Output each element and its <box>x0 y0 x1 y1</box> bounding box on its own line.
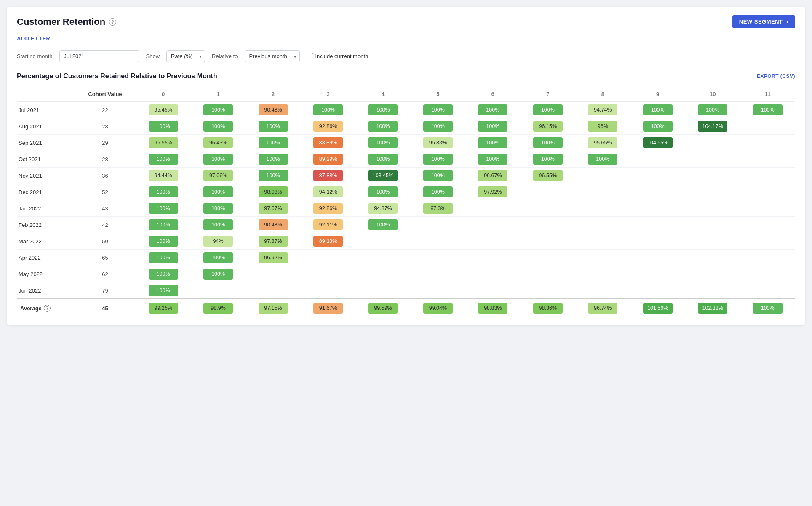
cell-value <box>740 250 795 266</box>
cell-value: 100% <box>411 184 465 200</box>
cell-value: 100% <box>411 151 465 168</box>
cell-value: 100% <box>411 102 465 118</box>
cell-value <box>465 282 520 299</box>
row-label: Jul 2021 <box>17 102 75 118</box>
show-label: Show <box>146 53 160 59</box>
cell-value <box>191 282 246 299</box>
cell-value <box>246 266 300 282</box>
cell-value: 87.88% <box>301 168 355 184</box>
relative-to-label: Relative to <box>212 53 238 59</box>
cell-value: 100% <box>411 168 465 184</box>
cell-value: 100% <box>630 102 685 118</box>
cell-value: 89.29% <box>301 151 355 168</box>
starting-month-input[interactable] <box>59 50 139 62</box>
export-csv-link[interactable]: EXPORT (CSV) <box>757 73 795 79</box>
table-row: Mar 202250100%94%97.87%89.13% <box>17 233 795 250</box>
cell-value: 90.48% <box>246 102 300 118</box>
row-label: Dec 2021 <box>17 184 75 200</box>
table-row: Oct 202128100%100%100%89.29%100%100%100%… <box>17 151 795 168</box>
cell-value <box>465 200 520 217</box>
cell-value: 100% <box>136 200 190 217</box>
add-filter-link[interactable]: ADD FILTER <box>17 35 50 42</box>
average-cell: 91.67% <box>301 299 355 317</box>
table-row: May 202262100%100% <box>17 266 795 282</box>
cell-value: 90.48% <box>246 217 300 233</box>
cell-value: 100% <box>191 118 246 135</box>
show-select[interactable]: Rate (%) <box>166 50 205 62</box>
table-row: Aug 202128100%100%100%92.86%100%100%100%… <box>17 118 795 135</box>
cell-value: 100% <box>136 151 190 168</box>
cell-value <box>465 250 520 266</box>
cell-value: 100% <box>136 217 190 233</box>
cell-value: 92.11% <box>301 217 355 233</box>
row-cohort: 28 <box>75 118 136 135</box>
page-title: Customer Retention ? <box>17 16 116 27</box>
cell-value: 97.06% <box>191 168 246 184</box>
cell-value: 100% <box>136 184 190 200</box>
cell-value: 100% <box>246 118 300 135</box>
cell-value: 100% <box>136 250 190 266</box>
cell-value: 100% <box>521 151 575 168</box>
cell-value: 103.45% <box>355 168 410 184</box>
cell-value: 100% <box>191 250 246 266</box>
cell-value <box>301 282 355 299</box>
retention-table: Cohort Value 0 1 2 3 4 5 6 7 8 9 10 11 J… <box>17 87 795 317</box>
cell-value <box>630 184 685 200</box>
include-current-month-label[interactable]: Include current month <box>307 53 369 59</box>
cell-value: 100% <box>355 184 410 200</box>
table-header-row: Cohort Value 0 1 2 3 4 5 6 7 8 9 10 11 <box>17 87 795 102</box>
cell-value <box>740 184 795 200</box>
cell-value: 98.08% <box>246 184 300 200</box>
cell-value <box>740 118 795 135</box>
cell-value: 100% <box>301 102 355 118</box>
title-help-icon[interactable]: ? <box>109 18 116 26</box>
cell-value <box>301 250 355 266</box>
cell-value: 100% <box>191 200 246 217</box>
row-cohort: 42 <box>75 217 136 233</box>
row-label: Apr 2022 <box>17 250 75 266</box>
cell-value: 100% <box>246 168 300 184</box>
cell-value: 100% <box>355 217 410 233</box>
cell-value <box>575 233 630 250</box>
col-header-10: 10 <box>685 87 740 102</box>
table-row: Feb 202242100%100%90.48%92.11%100% <box>17 217 795 233</box>
cell-value: 104.55% <box>630 135 685 151</box>
cell-value: 100% <box>191 217 246 233</box>
cell-value <box>685 200 740 217</box>
cell-value: 97.67% <box>246 200 300 217</box>
cell-value <box>465 233 520 250</box>
cell-value <box>630 250 685 266</box>
cell-value <box>246 282 300 299</box>
average-cell: 98.9% <box>191 299 246 317</box>
cell-value <box>685 135 740 151</box>
cell-value <box>355 282 410 299</box>
cell-value <box>685 266 740 282</box>
col-header-6: 6 <box>465 87 520 102</box>
col-header-7: 7 <box>521 87 575 102</box>
average-help-icon[interactable]: ? <box>44 305 51 312</box>
col-header-row <box>17 87 75 102</box>
row-label: May 2022 <box>17 266 75 282</box>
row-cohort: 43 <box>75 200 136 217</box>
cell-value <box>740 282 795 299</box>
average-cohort: 45 <box>75 299 136 317</box>
new-segment-button[interactable]: NEW SEGMENT ▾ <box>732 15 795 28</box>
average-cell: 101.56% <box>630 299 685 317</box>
row-cohort: 65 <box>75 250 136 266</box>
cell-value <box>465 266 520 282</box>
row-cohort: 62 <box>75 266 136 282</box>
cell-value: 100% <box>630 118 685 135</box>
average-cell: 98.36% <box>521 299 575 317</box>
cell-value <box>740 151 795 168</box>
cell-value: 95.45% <box>136 102 190 118</box>
cell-value: 100% <box>191 184 246 200</box>
relative-to-select[interactable]: Previous month <box>245 50 300 62</box>
cell-value: 100% <box>685 102 740 118</box>
cell-value: 96.43% <box>191 135 246 151</box>
include-current-month-checkbox[interactable] <box>307 53 313 59</box>
cell-value <box>575 282 630 299</box>
col-header-11: 11 <box>740 87 795 102</box>
cell-value <box>575 266 630 282</box>
cell-value <box>411 266 465 282</box>
cell-value <box>575 200 630 217</box>
